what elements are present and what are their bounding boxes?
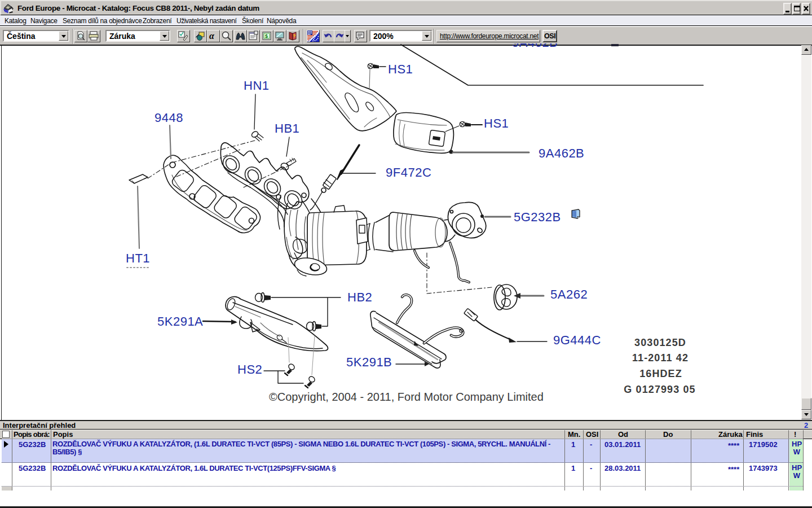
svg-text:HS1: HS1 [388,62,413,76]
svg-text:3030125D: 3030125D [634,337,686,348]
svg-text:11-2011 42: 11-2011 42 [632,352,689,364]
svg-text:9A462B: 9A462B [512,43,558,50]
svg-text:5K291A: 5K291A [157,314,203,329]
svg-text:HB2: HB2 [347,290,372,304]
svg-text:9G444C: 9G444C [553,333,601,347]
svg-text:16HDEZ: 16HDEZ [639,368,682,379]
svg-text:HS1: HS1 [484,116,509,130]
svg-text:9A462B: 9A462B [539,146,584,160]
svg-text:5G232B: 5G232B [514,210,561,224]
svg-text:9448: 9448 [155,111,183,125]
svg-text:HS2: HS2 [237,362,262,376]
svg-text:HN1: HN1 [244,78,270,93]
svg-text:α: α [209,31,215,41]
svg-text:9F472C: 9F472C [386,165,431,179]
svg-text:HT1: HT1 [126,251,150,265]
svg-text:5K291B: 5K291B [346,355,392,369]
svg-text:G 0127993 05: G 0127993 05 [624,384,695,395]
svg-text:HB1: HB1 [275,121,299,135]
svg-text:5A262: 5A262 [550,287,588,301]
svg-text:M: M [5,8,8,14]
svg-text:$: $ [265,33,268,39]
svg-text:©Copyright, 2004 - 2011, Ford: ©Copyright, 2004 - 2011, Ford Motor Comp… [269,391,544,403]
svg-text:?: ? [293,34,295,38]
